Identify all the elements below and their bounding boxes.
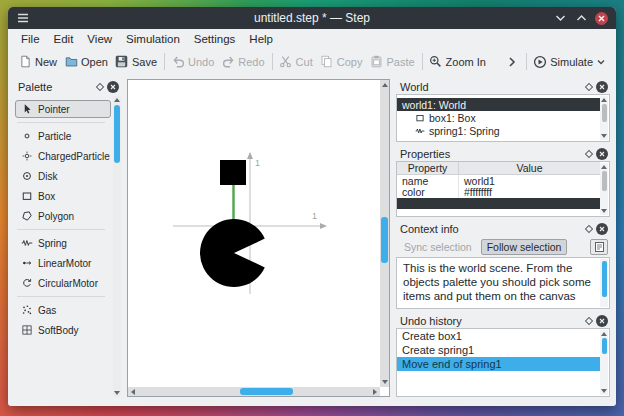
circular-motor-icon bbox=[20, 276, 34, 290]
scroll-right-arrow-icon[interactable] bbox=[373, 389, 377, 395]
palette-item-label: ChargedParticle bbox=[38, 151, 110, 162]
palette-scrollbar[interactable] bbox=[113, 96, 121, 397]
properties-close-icon[interactable] bbox=[596, 148, 608, 160]
undo-button[interactable]: Undo bbox=[168, 53, 217, 71]
desktop-background: untitled.step * — Step File Edit View Si… bbox=[0, 0, 624, 416]
undo-close-icon[interactable] bbox=[596, 315, 608, 327]
palette-item-disk[interactable]: Disk bbox=[15, 167, 111, 185]
properties-float-icon[interactable] bbox=[585, 149, 593, 157]
properties-selected-row[interactable] bbox=[397, 198, 600, 209]
undo-history-item-selected[interactable]: Move end of spring1 bbox=[397, 357, 600, 371]
context-scrollbar-thumb[interactable] bbox=[602, 261, 607, 297]
maximize-button[interactable] bbox=[574, 11, 588, 25]
palette-item-box[interactable]: Box bbox=[15, 187, 111, 205]
scroll-down-arrow-icon[interactable] bbox=[601, 134, 607, 138]
value-column-header[interactable]: Value bbox=[459, 162, 600, 174]
properties-panel: Properties Property Value name bbox=[396, 146, 610, 217]
open-button[interactable]: Open bbox=[61, 53, 111, 71]
world-scene-canvas[interactable]: 1 1 bbox=[127, 79, 390, 397]
palette-item-circularmotor[interactable]: CircularMotor bbox=[15, 274, 111, 292]
property-row-color[interactable]: color #ffffffff bbox=[397, 187, 600, 199]
redo-icon bbox=[221, 55, 235, 69]
property-column-header[interactable]: Property bbox=[397, 162, 459, 174]
properties-scrollbar-thumb[interactable] bbox=[602, 171, 607, 191]
world-scrollbar[interactable] bbox=[600, 96, 608, 140]
world-scrollbar-thumb[interactable] bbox=[602, 104, 607, 122]
context-scrollbar[interactable] bbox=[600, 259, 608, 307]
redo-button[interactable]: Redo bbox=[218, 53, 267, 71]
vertical-scrollbar-thumb[interactable] bbox=[381, 217, 388, 263]
scroll-up-arrow-icon[interactable] bbox=[114, 98, 120, 102]
spring-icon bbox=[20, 236, 34, 250]
canvas-vertical-scrollbar[interactable] bbox=[380, 80, 389, 387]
world-tree-item-box1[interactable]: box1: Box bbox=[397, 111, 609, 124]
menu-edit[interactable]: Edit bbox=[47, 31, 81, 47]
property-value-cell: world1 bbox=[459, 175, 600, 187]
scroll-down-arrow-icon[interactable] bbox=[601, 389, 607, 393]
world-tree-root-item[interactable]: world1: World bbox=[397, 98, 600, 111]
scroll-down-arrow-icon[interactable] bbox=[601, 209, 607, 213]
follow-selection-button[interactable]: Follow selection bbox=[481, 239, 568, 255]
palette-item-polygon[interactable]: Polygon bbox=[15, 207, 111, 225]
undo-history-item[interactable]: Create box1 bbox=[397, 329, 600, 343]
titlebar[interactable]: untitled.step * — Step bbox=[8, 7, 616, 29]
property-row-name[interactable]: name world1 bbox=[397, 175, 600, 187]
world-float-icon[interactable] bbox=[585, 82, 593, 90]
save-button[interactable]: Save bbox=[112, 53, 160, 71]
horizontal-scrollbar-thumb[interactable] bbox=[240, 388, 293, 395]
world-panel: World world1: World box1: Box bbox=[396, 79, 610, 142]
sync-selection-button[interactable]: Sync selection bbox=[398, 239, 478, 255]
scroll-down-arrow-icon[interactable] bbox=[382, 380, 388, 384]
scroll-up-arrow-icon[interactable] bbox=[601, 98, 607, 102]
copy-button[interactable]: Copy bbox=[317, 53, 366, 71]
undo-scrollbar-thumb[interactable] bbox=[602, 338, 607, 354]
palette-close-icon[interactable] bbox=[107, 81, 119, 93]
menu-simulation[interactable]: Simulation bbox=[119, 31, 187, 47]
palette-item-label: Spring bbox=[38, 238, 67, 249]
context-text-area[interactable]: This is the world scene. From the object… bbox=[396, 257, 610, 309]
context-page-button[interactable] bbox=[590, 239, 608, 255]
canvas-horizontal-scrollbar[interactable] bbox=[128, 387, 380, 396]
zoom-in-button[interactable]: Zoom In bbox=[426, 53, 489, 71]
charged-particle-icon bbox=[20, 149, 34, 163]
close-button[interactable] bbox=[595, 12, 608, 25]
scroll-up-arrow-icon[interactable] bbox=[382, 83, 388, 87]
menu-file[interactable]: File bbox=[14, 31, 47, 47]
palette-item-softbody[interactable]: SoftBody bbox=[15, 321, 111, 339]
simulate-button[interactable]: Simulate bbox=[530, 53, 608, 71]
new-button[interactable]: New bbox=[15, 53, 60, 71]
palette-item-linearmotor[interactable]: LinearMotor bbox=[15, 254, 111, 272]
palette-item-pointer[interactable]: Pointer bbox=[15, 100, 111, 118]
menu-settings[interactable]: Settings bbox=[187, 31, 243, 47]
property-value-cell: #ffffffff bbox=[459, 186, 600, 198]
context-close-icon[interactable] bbox=[596, 223, 608, 235]
app-menu-icon[interactable] bbox=[17, 13, 29, 23]
undo-float-icon[interactable] bbox=[585, 316, 593, 324]
disk-object[interactable] bbox=[200, 219, 265, 287]
menu-view[interactable]: View bbox=[80, 31, 119, 47]
world-tree-item-spring1[interactable]: spring1: Spring bbox=[397, 124, 609, 137]
undo-history-item[interactable]: Create spring1 bbox=[397, 343, 600, 357]
scroll-up-arrow-icon[interactable] bbox=[601, 332, 607, 336]
world-close-icon[interactable] bbox=[596, 81, 608, 93]
box1-object[interactable] bbox=[220, 160, 246, 185]
cut-button[interactable]: Cut bbox=[276, 53, 316, 71]
context-float-icon[interactable] bbox=[585, 224, 593, 232]
palette-item-gas[interactable]: Gas bbox=[15, 301, 111, 319]
toolbar-overflow-button[interactable] bbox=[502, 53, 522, 71]
properties-scrollbar[interactable] bbox=[600, 163, 608, 215]
palette-item-chargedparticle[interactable]: ChargedParticle bbox=[15, 147, 111, 165]
palette-item-spring[interactable]: Spring bbox=[15, 234, 111, 252]
scroll-down-arrow-icon[interactable] bbox=[114, 391, 120, 395]
palette-scrollbar-thumb[interactable] bbox=[114, 105, 120, 163]
palette-item-particle[interactable]: Particle bbox=[15, 127, 111, 145]
paste-button[interactable]: Paste bbox=[366, 53, 417, 71]
property-name-cell: name bbox=[397, 175, 459, 187]
undo-scrollbar[interactable] bbox=[600, 330, 608, 395]
palette-float-icon[interactable] bbox=[95, 82, 103, 90]
menu-help[interactable]: Help bbox=[242, 31, 280, 47]
save-label: Save bbox=[132, 56, 157, 68]
scroll-up-arrow-icon[interactable] bbox=[601, 165, 607, 169]
scroll-left-arrow-icon[interactable] bbox=[131, 389, 135, 395]
minimize-button[interactable] bbox=[553, 11, 567, 25]
